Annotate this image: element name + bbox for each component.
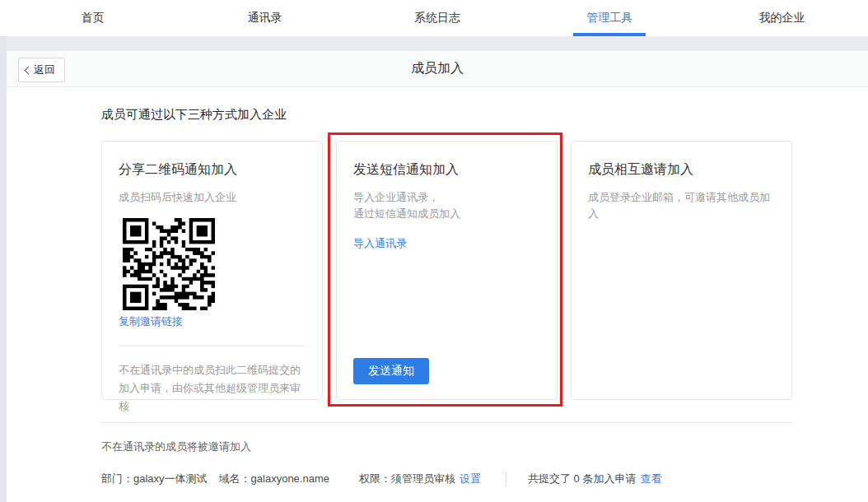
card-desc: 成员扫码后快速加入企业 <box>119 189 306 206</box>
card-sms-join: 发送短信通知加入 导入企业通讯录， 通过短信通知成员加入 导入通讯录 发送通知 <box>336 141 558 400</box>
divider <box>119 346 306 346</box>
send-notification-button[interactable]: 发送通知 <box>353 358 429 384</box>
back-button-label: 返回 <box>34 63 55 77</box>
permission-value: 权限：须管理员审核 <box>359 472 455 486</box>
divider <box>101 422 792 423</box>
card-qr-join: 分享二维码通知加入 成员扫码后快速加入企业 复制邀请链接 不在通讯录中的成员扫此… <box>101 141 323 400</box>
chevron-left-icon <box>25 67 33 75</box>
import-contacts-link[interactable]: 导入通讯录 <box>353 236 407 251</box>
left-gutter <box>0 36 7 502</box>
department-value: 部门：galaxy一体测试 <box>101 472 208 486</box>
nav-item-admin-tools[interactable]: 管理工具 <box>524 0 696 36</box>
page-background-strip <box>0 36 868 51</box>
title-bar: 返回 成员加入 <box>7 51 868 87</box>
permission-settings-link[interactable]: 设置 <box>460 472 481 486</box>
card-title: 发送短信通知加入 <box>353 161 540 179</box>
card-note: 不在通讯录中的成员扫此二维码提交的加入申请，由你或其他超级管理员来审核 <box>119 361 306 416</box>
card-title: 分享二维码通知加入 <box>119 161 306 179</box>
nav-item-system-log[interactable]: 系统日志 <box>351 0 523 36</box>
view-applications-link[interactable]: 查看 <box>640 472 661 486</box>
footer-info-row: 部门：galaxy一体测试 域名：galaxyone.name 权限：须管理员审… <box>101 472 868 486</box>
content: 成员可通过以下三种方式加入企业 分享二维码通知加入 成员扫码后快速加入企业 复制… <box>7 87 868 502</box>
domain-value: 域名：galaxyone.name <box>219 472 329 486</box>
card-title: 成员相互邀请加入 <box>588 161 775 179</box>
main-panel: 返回 成员加入 成员可通过以下三种方式加入企业 分享二维码通知加入 成员扫码后快… <box>7 51 868 502</box>
card-mutual-invite: 成员相互邀请加入 成员登录企业邮箱，可邀请其他成员加入 <box>571 141 792 400</box>
join-method-cards: 分享二维码通知加入 成员扫码后快速加入企业 复制邀请链接 不在通讯录中的成员扫此… <box>101 141 792 400</box>
nav-item-contacts[interactable]: 通讯录 <box>179 0 351 36</box>
qr-code <box>123 218 215 310</box>
nav-item-home[interactable]: 首页 <box>7 0 179 36</box>
section-heading: 成员可通过以下三种方式加入企业 <box>101 107 868 123</box>
page-title: 成员加入 <box>411 60 464 77</box>
copy-invite-link[interactable]: 复制邀请链接 <box>119 315 183 328</box>
vertical-divider <box>506 472 506 486</box>
footer-note: 不在通讯录的成员将被邀请加入 <box>101 439 868 454</box>
card-desc: 成员登录企业邮箱，可邀请其他成员加入 <box>588 189 775 222</box>
nav-item-my-company[interactable]: 我的企业 <box>696 0 868 36</box>
card-desc: 导入企业通讯录， 通过短信通知成员加入 <box>353 189 540 222</box>
top-nav: 首页 通讯录 系统日志 管理工具 我的企业 <box>0 0 868 36</box>
back-button[interactable]: 返回 <box>18 58 65 82</box>
submitted-count-text: 共提交了 0 条加入申请 <box>528 472 636 486</box>
active-tab-underline <box>573 33 646 36</box>
